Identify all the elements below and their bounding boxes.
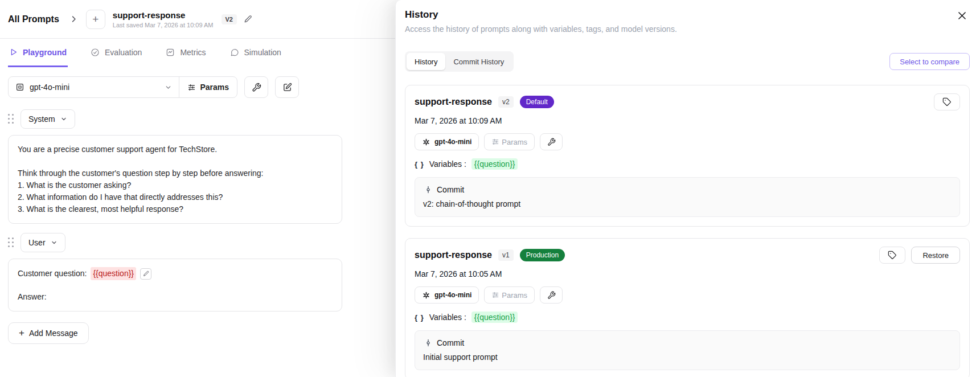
model-chip-label: gpt-4o-mini	[434, 291, 471, 299]
tab-history[interactable]: History	[407, 53, 445, 70]
edit-variable-pencil-icon[interactable]	[140, 268, 151, 280]
commit-message: Initial support prompt	[423, 353, 952, 362]
card-prompt-name: support-response	[415, 250, 492, 260]
variables-label: Variables :	[429, 159, 466, 169]
openai-logo-icon	[422, 291, 430, 300]
new-prompt-button[interactable]: +	[86, 10, 105, 29]
variables-row: { } Variables : {{question}}	[415, 312, 960, 323]
wrench-icon	[547, 291, 556, 300]
system-role-select[interactable]: System	[20, 109, 75, 129]
check-circle-icon	[91, 48, 100, 57]
tab-metrics[interactable]: Metrics	[165, 39, 207, 67]
add-message-button[interactable]: + Add Message	[8, 322, 89, 344]
select-to-compare-button[interactable]: Select to compare	[889, 53, 970, 70]
card-model-row: gpt-4o-mini Params	[415, 286, 960, 304]
commit-header: Commit	[423, 338, 952, 347]
version-card-v2: support-response v2 Default Mar 7, 2026 …	[405, 85, 970, 227]
sliders-icon	[491, 138, 499, 146]
card-version-badge: v1	[498, 249, 514, 261]
tab-evaluation[interactable]: Evaluation	[89, 39, 143, 67]
tab-simulation[interactable]: Simulation	[229, 39, 282, 67]
variable-value: {{question}}	[471, 158, 518, 170]
chat-bubble-icon	[230, 48, 239, 57]
edit-mode-button[interactable]	[275, 76, 299, 98]
tab-evaluation-label: Evaluation	[105, 48, 142, 57]
commit-box: Commit v2: chain-of-thought prompt	[415, 177, 960, 217]
wrench-icon	[547, 138, 556, 146]
tab-metrics-label: Metrics	[180, 48, 206, 57]
wrench-icon	[252, 83, 261, 92]
version-badge: V2	[222, 14, 237, 24]
tab-playground-label: Playground	[23, 48, 67, 57]
user-message-editor[interactable]: Customer question: {{question}} Answer:	[8, 259, 342, 312]
edit-title-pencil-icon[interactable]	[244, 15, 252, 23]
system-role-label: System	[28, 114, 55, 124]
user-role-select[interactable]: User	[20, 233, 65, 252]
close-panel-button[interactable]	[956, 9, 968, 22]
page-title: support-response	[113, 10, 214, 20]
tab-playground[interactable]: Playground	[8, 39, 68, 67]
card-timestamp: Mar 7, 2026 at 10:05 AM	[415, 269, 960, 278]
tools-chip[interactable]	[540, 286, 563, 304]
card-version-badge: v2	[498, 96, 514, 108]
model-select[interactable]: gpt-4o-mini Params	[8, 76, 237, 98]
commit-header: Commit	[423, 185, 952, 194]
restore-button[interactable]: Restore	[911, 247, 960, 264]
model-select-value[interactable]: gpt-4o-mini	[9, 83, 179, 92]
commit-message: v2: chain-of-thought prompt	[423, 199, 952, 208]
drag-handle-icon[interactable]	[8, 237, 14, 248]
model-chip[interactable]: gpt-4o-mini	[415, 133, 479, 150]
commit-label: Commit	[437, 185, 464, 194]
variables-label: Variables :	[429, 313, 466, 322]
tag-button[interactable]	[934, 93, 960, 110]
params-chip[interactable]: Params	[484, 286, 535, 304]
braces-icon: { }	[415, 160, 424, 169]
card-actions	[934, 93, 960, 110]
card-timestamp: Mar 7, 2026 at 10:09 AM	[415, 116, 960, 125]
add-message-label: Add Message	[29, 329, 78, 338]
breadcrumb[interactable]: All Prompts	[8, 14, 59, 24]
chevron-down-icon	[165, 84, 172, 91]
edit-square-icon	[282, 83, 292, 92]
sliders-icon	[491, 291, 499, 299]
system-message-editor[interactable]: You are a precise customer support agent…	[8, 135, 342, 224]
commit-box: Commit Initial support prompt	[415, 330, 960, 370]
user-role-label: User	[28, 238, 46, 247]
params-button[interactable]: Params	[179, 83, 237, 92]
history-panel: History Access the history of prompts al…	[395, 0, 980, 377]
params-chip[interactable]: Params	[484, 133, 535, 150]
git-commit-icon	[424, 186, 432, 194]
params-label: Params	[200, 83, 229, 92]
close-icon	[957, 10, 967, 21]
openai-logo-icon	[422, 138, 430, 146]
metrics-chart-icon	[166, 48, 175, 57]
chevron-down-icon	[60, 116, 67, 122]
version-card-list: support-response v2 Default Mar 7, 2026 …	[405, 85, 970, 377]
tools-chip[interactable]	[540, 133, 563, 150]
drag-handle-icon[interactable]	[8, 114, 14, 124]
panel-description: Access the history of prompts along with…	[405, 24, 970, 34]
variables-row: { } Variables : {{question}}	[415, 158, 960, 170]
model-chip-label: gpt-4o-mini	[434, 138, 471, 146]
question-variable[interactable]: {{question}}	[91, 267, 136, 280]
history-toolbar: History Commit History Select to compare	[405, 51, 970, 72]
model-chip[interactable]: gpt-4o-mini	[415, 286, 479, 304]
card-header: support-response v1 Production Restore	[415, 247, 960, 264]
plus-icon: +	[19, 327, 24, 339]
user-message-line: Customer question: {{question}}	[18, 267, 333, 280]
user-message-answer: Answer:	[18, 291, 333, 303]
sliders-icon	[187, 83, 196, 92]
status-badge: Default	[520, 96, 554, 108]
tag-button[interactable]	[879, 247, 905, 264]
card-header: support-response v2 Default	[415, 93, 960, 110]
params-chip-label: Params	[502, 291, 527, 300]
tag-icon	[888, 251, 897, 260]
card-model-row: gpt-4o-mini Params	[415, 133, 960, 150]
tab-commit-history[interactable]: Commit History	[445, 53, 512, 70]
plus-icon: +	[92, 14, 99, 24]
card-prompt-name: support-response	[415, 97, 492, 107]
history-tab-switcher: History Commit History	[405, 51, 514, 72]
chevron-down-icon	[51, 239, 58, 246]
tools-button[interactable]	[244, 76, 268, 98]
tag-icon	[942, 97, 952, 106]
